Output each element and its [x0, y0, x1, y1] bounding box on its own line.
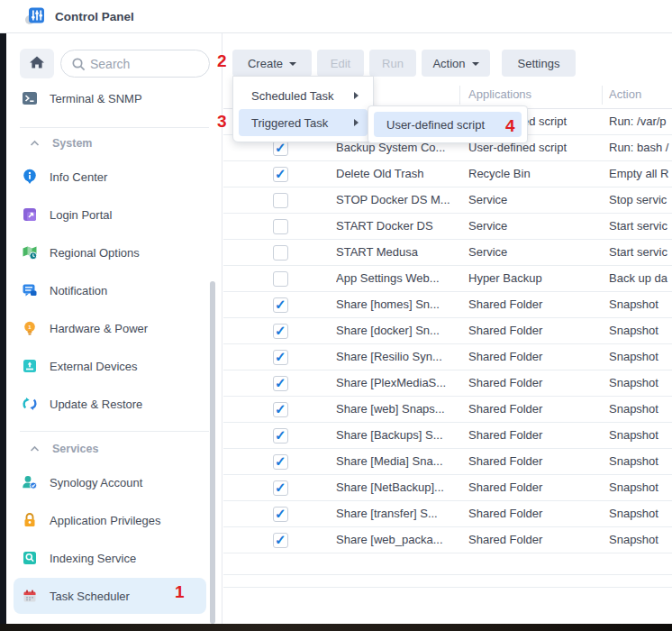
sidebar: Terminal & SNMP System Info Center	[6, 33, 222, 624]
table-row[interactable]: Share [NetBackup]... Shared Folder Snaps…	[223, 475, 672, 501]
menu-item-label: Triggered Task	[251, 116, 354, 130]
sidebar-item-label: Notification	[50, 284, 107, 297]
table-end-line	[223, 587, 672, 588]
table-row[interactable]: Share [homes] Sn... Shared Folder Snapsh…	[223, 292, 672, 318]
task-name-cell: START Docker DS	[336, 219, 455, 233]
caret-down-icon	[289, 62, 296, 66]
sidebar-item-hardware-power[interactable]: 1 Hardware & Power	[14, 313, 206, 343]
sidebar-item-application-privileges[interactable]: Application Privileges	[14, 505, 206, 535]
desktop-edge-bottom	[0, 624, 672, 631]
row-checkbox[interactable]	[273, 454, 288, 470]
run-button-label: Run	[382, 57, 404, 70]
table-row[interactable]: App Settings Web... Hyper Backup Back up…	[223, 266, 672, 292]
applications-cell: Shared Folder	[468, 297, 596, 311]
submenu-arrow-icon	[354, 119, 359, 126]
search-box	[60, 50, 210, 78]
table-row[interactable]: Delete Old Trash Recycle Bin Empty all R	[223, 161, 672, 187]
task-name-cell: Share [web_packa...	[336, 533, 455, 546]
table-row[interactable]: START Docker DS Service Start servic	[223, 214, 672, 240]
action-cell: Snapshot	[609, 533, 672, 546]
row-checkbox[interactable]	[273, 219, 288, 234]
column-separator	[602, 86, 603, 105]
action-column-header[interactable]: Action	[609, 87, 641, 101]
action-button[interactable]: Action	[422, 50, 490, 77]
row-checkbox[interactable]	[273, 271, 288, 287]
sidebar-item-external-devices[interactable]: External Devices	[14, 351, 206, 381]
annotation-1: 1	[175, 582, 185, 602]
applications-cell: Shared Folder	[468, 454, 596, 468]
run-button[interactable]: Run	[369, 50, 416, 77]
table-row[interactable]: Share [docker] Sn... Shared Folder Snaps…	[223, 318, 672, 344]
sidebar-section-system[interactable]: System	[30, 136, 92, 151]
home-button[interactable]	[20, 49, 54, 78]
hardware-power-icon: 1	[22, 320, 38, 336]
sidebar-item-indexing-service[interactable]: Indexing Service	[14, 543, 206, 573]
row-checkbox[interactable]	[273, 141, 288, 156]
table-row[interactable]: Share [web_packa... Shared Folder Snapsh…	[223, 527, 672, 553]
menu-item-label: Scheduled Task	[251, 89, 354, 103]
task-name-cell: STOP Docker DS M...	[336, 193, 455, 206]
table-row[interactable]: Share [web] Snaps... Shared Folder Snaps…	[223, 397, 672, 423]
menu-item-user-defined-script[interactable]: User-defined script	[374, 112, 522, 137]
page-title: Control Panel	[55, 10, 134, 23]
table-row[interactable]: STOP Docker DS M... Service Stop servic	[223, 187, 672, 214]
row-checkbox[interactable]	[273, 428, 288, 444]
sidebar-item-notification[interactable]: Notification	[14, 275, 206, 306]
applications-cell: Recycle Bin	[468, 167, 596, 180]
sidebar-scrollbar[interactable]	[210, 281, 215, 624]
task-name-cell: Share [web] Snaps...	[336, 402, 455, 416]
menu-item-label: User-defined script	[386, 118, 509, 132]
row-checkbox[interactable]	[273, 533, 288, 548]
table-row[interactable]: Share [Resilio Syn... Shared Folder Snap…	[223, 344, 672, 370]
task-name-cell: Share [Backups] S...	[336, 428, 455, 442]
sidebar-section-services[interactable]: Services	[30, 442, 98, 456]
task-name-cell: App Settings Web...	[336, 271, 455, 285]
table-row[interactable]: Share [transfer] S... Shared Folder Snap…	[223, 501, 672, 527]
row-checkbox[interactable]	[273, 324, 288, 339]
annotation-2: 2	[217, 51, 227, 71]
sidebar-item-synology-account[interactable]: Synology Account	[14, 467, 206, 498]
applications-column-header[interactable]: Applications	[468, 87, 531, 101]
row-checkbox[interactable]	[273, 297, 288, 313]
row-checkbox[interactable]	[273, 350, 288, 365]
applications-cell: Shared Folder	[468, 350, 596, 363]
task-name-cell: Share [NetBackup]...	[336, 480, 455, 494]
row-checkbox[interactable]	[273, 507, 288, 522]
menu-item-triggered-task[interactable]: Triggered Task	[239, 109, 368, 136]
table-row[interactable]: Share [Media] Sna... Shared Folder Snaps…	[223, 449, 672, 475]
create-button[interactable]: Create	[232, 50, 312, 77]
table-row[interactable]: START Medusa Service Start servic	[223, 240, 672, 266]
main-panel: Create Edit Run Action Settings Applicat…	[223, 33, 672, 624]
applications-cell: Hyper Backup	[468, 271, 596, 285]
menu-item-scheduled-task[interactable]: Scheduled Task	[239, 82, 368, 109]
row-checkbox[interactable]	[273, 167, 288, 182]
row-checkbox[interactable]	[273, 376, 288, 391]
sidebar-item-terminal-snmp[interactable]: Terminal & SNMP	[14, 83, 206, 114]
row-checkbox[interactable]	[273, 402, 288, 417]
action-cell: Snapshot	[609, 324, 672, 337]
applications-cell: Shared Folder	[468, 324, 596, 337]
external-devices-icon	[22, 358, 38, 374]
action-cell: Snapshot	[609, 428, 672, 442]
sidebar-item-regional-options[interactable]: Regional Options	[14, 237, 206, 268]
sidebar-item-label: Synology Account	[50, 476, 142, 489]
control-panel-icon	[24, 6, 46, 26]
row-checkbox[interactable]	[273, 193, 288, 208]
applications-cell: Shared Folder	[468, 402, 596, 416]
action-button-label: Action	[432, 57, 465, 70]
settings-button[interactable]: Settings	[502, 50, 576, 77]
sidebar-divider	[20, 127, 209, 128]
edit-button[interactable]: Edit	[317, 50, 364, 77]
sidebar-item-update-restore[interactable]: Update & Restore	[14, 389, 206, 419]
row-checkbox[interactable]	[273, 245, 288, 261]
sidebar-item-info-center[interactable]: Info Center	[14, 161, 206, 192]
table-row[interactable]: Share [Backups] S... Shared Folder Snaps…	[223, 423, 672, 449]
action-cell: Stop servic	[609, 193, 672, 206]
task-name-cell: Delete Old Trash	[336, 167, 455, 180]
search-input[interactable]	[90, 50, 205, 77]
sidebar-item-label: External Devices	[50, 360, 138, 373]
table-row[interactable]: Share [PlexMediaS... Shared Folder Snaps…	[223, 370, 672, 397]
row-checkbox[interactable]	[273, 480, 288, 496]
sidebar-item-login-portal[interactable]: Login Portal	[14, 199, 206, 230]
applications-cell: Shared Folder	[468, 480, 596, 494]
